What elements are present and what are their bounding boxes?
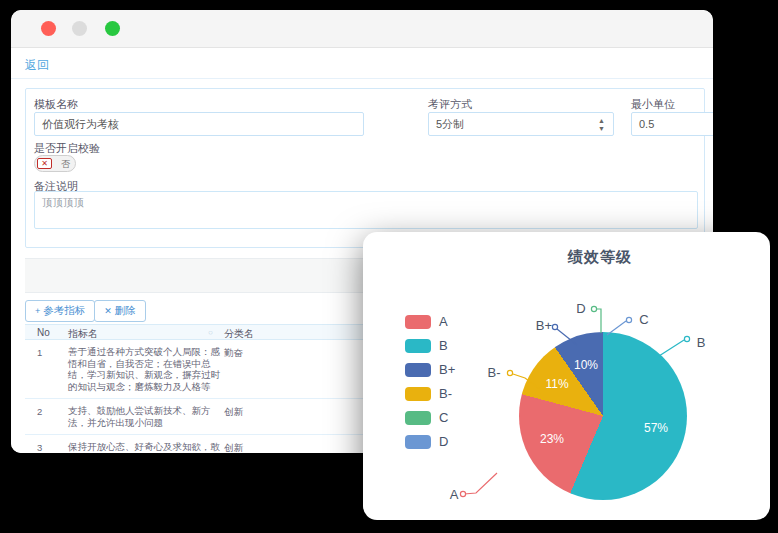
pie-label-b-minus: B- [488, 365, 501, 380]
legend-swatch [405, 363, 431, 377]
min-unit-input[interactable]: 0.5 [631, 112, 713, 136]
window-titlebar [11, 10, 713, 48]
cell-indicator-name: 支持、鼓励他人尝试新技术、新方法，并允许出现小问题 [68, 399, 220, 434]
remark-textarea[interactable]: 顶顶顶顶 [34, 191, 698, 229]
select-arrows-icon: ▲▼ [598, 117, 605, 133]
legend-swatch [405, 435, 431, 449]
legend-swatch [405, 411, 431, 425]
pie-label-a: A [450, 487, 459, 502]
legend-item-b-minus[interactable]: B- [405, 387, 525, 401]
pie-chart[interactable] [519, 332, 687, 500]
legend-label: C [439, 411, 448, 425]
pie-label-b-plus: B+ [536, 318, 552, 333]
slice-percent-b: 57% [644, 421, 668, 435]
min-unit-label: 最小单位 [631, 97, 675, 112]
legend-swatch [405, 387, 431, 401]
add-indicator-button[interactable]: +参考指标 [25, 300, 95, 322]
cell-no: 1 [37, 347, 42, 358]
minimize-window-button[interactable] [72, 21, 87, 36]
maximize-window-button[interactable] [105, 21, 120, 36]
sort-icon[interactable]: ○ [208, 328, 213, 337]
legend-item-c[interactable]: C [405, 411, 525, 425]
table-toolbar: +参考指标✕删除 [25, 300, 145, 320]
performance-chart-card: 绩效等级 A B B+ B- C D 57% 23% [363, 232, 770, 520]
chart-title: 绩效等级 [500, 248, 700, 267]
validation-label: 是否开启校验 [34, 141, 100, 156]
plus-icon: + [35, 306, 40, 316]
delete-label: 删除 [115, 304, 136, 316]
cell-category: 创新 [224, 442, 243, 453]
cell-no: 2 [37, 406, 42, 417]
close-window-button[interactable] [41, 21, 56, 36]
delete-button[interactable]: ✕删除 [94, 300, 146, 322]
add-indicator-label: 参考指标 [43, 304, 85, 316]
col-header-name: 指标名 [68, 327, 98, 341]
legend-label: B [439, 339, 448, 353]
pie-label-d: D [576, 301, 585, 316]
pie-label-c: C [639, 312, 648, 327]
toggle-state-label: 否 [61, 158, 70, 170]
cell-category: 创新 [224, 406, 243, 419]
method-select[interactable]: 5分制 ▲▼ [428, 112, 614, 136]
template-form-panel: 模板名称 价值观行为考核 考评方式 5分制 ▲▼ 最小单位 0.5 是否开启校验… [25, 88, 705, 248]
toggle-x-icon: ✕ [37, 158, 52, 169]
template-name-label: 模板名称 [34, 97, 78, 112]
col-header-category: 分类名 [224, 327, 254, 341]
method-label: 考评方式 [428, 97, 472, 112]
legend-item-d[interactable]: D [405, 435, 525, 449]
slice-percent-b-plus: 10% [574, 358, 598, 372]
cell-no: 3 [37, 442, 42, 453]
cell-category: 勤奋 [224, 347, 243, 360]
divider [11, 78, 713, 79]
validation-toggle[interactable]: ✕ 否 [34, 155, 76, 172]
back-link[interactable]: 返回 [25, 57, 49, 74]
legend-swatch [405, 315, 431, 329]
legend-item-a[interactable]: A [405, 315, 525, 329]
legend-label: A [439, 315, 448, 329]
template-name-input[interactable]: 价值观行为考核 [34, 112, 364, 136]
slice-percent-b-minus: 11% [545, 377, 568, 391]
legend-item-b[interactable]: B [405, 339, 525, 353]
page-background: 返回 模板名称 价值观行为考核 考评方式 5分制 ▲▼ 最小单位 0.5 是否开… [0, 0, 778, 533]
method-selected-value: 5分制 [436, 118, 464, 130]
legend-label: B- [439, 387, 452, 401]
x-icon: ✕ [104, 306, 112, 316]
cell-indicator-name: 保持开放心态、好奇心及求知欲，敢于质疑及尝试 [68, 435, 220, 453]
cell-indicator-name: 善于通过各种方式突破个人局限：感悟和自省，自我否定；在错误中总结，学习新知识、新… [68, 340, 220, 398]
legend-label: D [439, 435, 448, 449]
col-header-no: No [37, 327, 50, 338]
legend-swatch [405, 339, 431, 353]
slice-percent-a: 23% [540, 432, 564, 446]
legend-label: B+ [439, 363, 455, 377]
pie-label-b: B [697, 335, 706, 350]
legend-item-b-plus[interactable]: B+ [405, 363, 525, 377]
